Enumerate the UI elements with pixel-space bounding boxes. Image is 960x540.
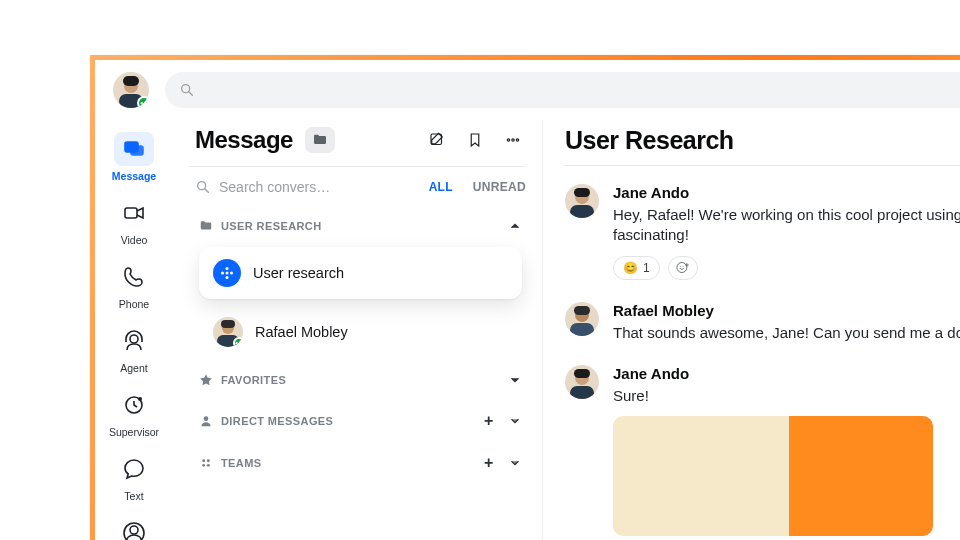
user-avatar[interactable] (565, 302, 599, 336)
message-icon (114, 132, 154, 166)
svg-point-24 (230, 272, 233, 275)
svg-rect-34 (570, 205, 594, 218)
message-item: Rafael Mobley That sounds awesome, Jane!… (565, 302, 960, 343)
rail-message[interactable]: Message (104, 132, 164, 182)
message-text: fascinating! (613, 225, 960, 245)
filter-all[interactable]: ALL (429, 180, 453, 194)
svg-rect-7 (125, 208, 137, 218)
section-label: USER RESEARCH (221, 220, 322, 232)
user-avatar[interactable] (565, 184, 599, 218)
svg-line-18 (205, 189, 208, 192)
rail-text[interactable]: Text (104, 452, 164, 502)
rail-label: Text (124, 490, 143, 502)
rail-supervisor[interactable]: Supervisor (104, 388, 164, 438)
contacts-icon (114, 516, 154, 540)
add-reaction-button[interactable] (668, 256, 698, 280)
supervisor-icon (114, 388, 154, 422)
svg-point-36 (677, 263, 687, 273)
attachment-preview[interactable] (613, 416, 933, 536)
section-head-dm[interactable]: DIRECT MESSAGES + (195, 403, 526, 439)
add-team-button[interactable]: + (484, 455, 500, 471)
user-avatar[interactable] (565, 365, 599, 399)
search-icon (195, 179, 211, 195)
svg-rect-6 (131, 146, 143, 155)
compose-button[interactable] (424, 127, 450, 153)
chevron-down-icon (508, 373, 522, 387)
conversation-user-research[interactable]: User research (199, 247, 522, 299)
svg-point-23 (221, 272, 224, 275)
message-item: Jane Ando Sure! (565, 365, 960, 406)
search-row: Search convers… ALL UNREAD (173, 167, 542, 205)
section-head-favorites[interactable]: FAVORITES (195, 363, 526, 397)
svg-point-3 (182, 85, 190, 93)
svg-point-16 (516, 139, 518, 141)
svg-line-4 (189, 92, 192, 95)
message-text: Hey, Rafael! We're working on this cool … (613, 205, 960, 225)
chat-panel: User Research Jane Ando Hey, Rafael! We'… (543, 120, 960, 540)
video-icon (114, 196, 154, 230)
chevron-up-icon (508, 219, 522, 233)
more-button[interactable] (500, 127, 526, 153)
midcol-title: Message (195, 126, 293, 154)
section-teams: TEAMS + (173, 441, 542, 483)
svg-point-11 (130, 526, 138, 534)
svg-point-17 (198, 182, 206, 190)
global-search[interactable] (165, 72, 960, 108)
svg-point-15 (512, 139, 514, 141)
section-head-teams[interactable]: TEAMS + (195, 445, 526, 481)
reaction-emoji: 😊 (623, 261, 638, 275)
section-direct-messages: DIRECT MESSAGES + (173, 399, 542, 441)
svg-point-20 (226, 272, 229, 275)
search-placeholder: Search convers… (219, 179, 330, 195)
teams-icon (199, 456, 213, 470)
chevron-down-icon (508, 456, 522, 470)
message-author: Jane Ando (613, 184, 960, 201)
svg-point-8 (130, 335, 138, 343)
svg-point-31 (202, 464, 205, 467)
rail-label: Message (112, 170, 156, 182)
reaction-pill[interactable]: 😊 1 (613, 256, 660, 280)
add-dm-button[interactable]: + (484, 413, 500, 429)
rail-label: Video (121, 234, 148, 246)
svg-point-29 (202, 459, 205, 462)
rail-contacts[interactable]: Contacts (104, 516, 164, 540)
rail-label: Agent (120, 362, 147, 374)
folder-chip[interactable] (305, 127, 335, 153)
svg-point-14 (507, 139, 509, 141)
section-label: DIRECT MESSAGES (221, 415, 333, 427)
svg-point-21 (226, 267, 229, 270)
conversation-rafael-mobley[interactable]: Rafael Mobley (195, 307, 526, 357)
search-conversations[interactable]: Search convers… (195, 179, 419, 195)
svg-point-37 (680, 266, 681, 267)
svg-point-28 (204, 416, 209, 421)
message-author: Rafael Mobley (613, 302, 960, 319)
svg-point-30 (207, 459, 210, 462)
rail-video[interactable]: Video (104, 196, 164, 246)
divider (565, 165, 960, 166)
svg-rect-27 (221, 320, 235, 328)
more-icon (504, 131, 522, 149)
chevron-down-icon (508, 414, 522, 428)
filter-unread[interactable]: UNREAD (473, 180, 526, 194)
section-head-user-research[interactable]: USER RESEARCH (195, 209, 526, 243)
midhead: Message (173, 120, 542, 166)
top-bar (95, 60, 960, 118)
svg-point-32 (207, 464, 210, 467)
svg-rect-2 (123, 76, 139, 86)
bookmark-button[interactable] (462, 127, 488, 153)
svg-point-38 (683, 266, 684, 267)
svg-point-22 (226, 276, 229, 279)
rail-label: Supervisor (109, 426, 159, 438)
section-favorites: FAVORITES (173, 359, 542, 399)
chat-title: User Research (565, 126, 960, 155)
svg-point-10 (138, 397, 142, 401)
conversation-name: User research (253, 265, 344, 281)
bookmark-icon (466, 131, 484, 149)
presence-badge (233, 337, 243, 347)
rail-agent[interactable]: Agent (104, 324, 164, 374)
presence-badge (137, 96, 149, 108)
agent-icon (114, 324, 154, 358)
rail-phone[interactable]: Phone (104, 260, 164, 310)
svg-rect-44 (574, 369, 590, 378)
current-user-avatar[interactable] (113, 72, 149, 108)
